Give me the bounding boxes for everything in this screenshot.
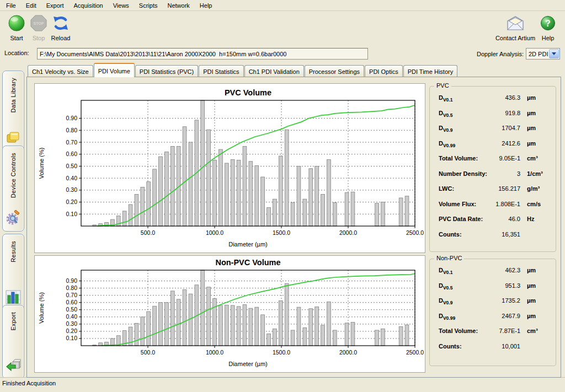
stat-label: DV0.5 bbox=[439, 110, 452, 118]
reload-button-label: Reload bbox=[51, 35, 71, 41]
stat-label: PVC Data Rate: bbox=[439, 216, 483, 222]
stat-label: Number Density: bbox=[439, 170, 487, 177]
location-label: Location: bbox=[4, 50, 29, 56]
stat-value: 9.05E-1 bbox=[499, 155, 520, 162]
stat-label: DV0.9 bbox=[439, 125, 452, 133]
stat-value: 951.3 bbox=[505, 282, 520, 289]
menu-item-views[interactable]: Views bbox=[108, 1, 134, 10]
svg-text:STOP: STOP bbox=[34, 22, 44, 25]
start-button[interactable]: Start bbox=[4, 13, 29, 41]
menu-bar: File Edit Export Acquisition Views Scrip… bbox=[0, 0, 565, 11]
doppler-analysis-select[interactable]: 2D PDI bbox=[526, 48, 560, 60]
help-button[interactable]: ? Help bbox=[536, 13, 559, 41]
svg-text:0.80: 0.80 bbox=[66, 284, 78, 291]
stat-row: DV0.992412.6µm bbox=[430, 140, 556, 155]
sidebar-item-device-controls[interactable]: Device Controls bbox=[2, 146, 24, 232]
menu-item-edit[interactable]: Edit bbox=[21, 1, 41, 10]
svg-text:Volume (%): Volume (%) bbox=[38, 292, 45, 324]
stat-row: Total Volume:9.05E-1cm³ bbox=[430, 155, 556, 170]
stat-label: LWC: bbox=[439, 185, 454, 192]
stat-unit: g/m³ bbox=[527, 185, 551, 192]
svg-text:0.30: 0.30 bbox=[66, 320, 78, 327]
sidebar-item-results[interactable]: Results bbox=[2, 234, 24, 310]
stat-label: DV0.5 bbox=[439, 282, 452, 291]
svg-text:0.60: 0.60 bbox=[66, 151, 78, 157]
stat-unit: µm bbox=[527, 94, 551, 101]
toolbar: Start STOP Stop Reload bbox=[0, 11, 565, 46]
menu-item-help[interactable]: Help bbox=[195, 1, 217, 10]
stat-value: 3 bbox=[517, 170, 520, 177]
svg-text:500.0: 500.0 bbox=[141, 349, 155, 356]
tab-pdi-time-history[interactable]: PDI Time History bbox=[403, 65, 458, 77]
svg-text:0.70: 0.70 bbox=[66, 292, 78, 298]
stat-row: PVC Data Rate:46.0Hz bbox=[430, 216, 556, 231]
non-pvc-stats-rows: DV0.1462.3µmDV0.5951.3µmDV0.91735.2µmDV0… bbox=[430, 267, 556, 358]
svg-text:0.20: 0.20 bbox=[66, 327, 78, 334]
menu-item-network[interactable]: Network bbox=[162, 1, 194, 10]
stat-unit: cm³ bbox=[527, 327, 551, 334]
stat-value: 2412.6 bbox=[502, 140, 520, 147]
svg-text:0.70: 0.70 bbox=[66, 139, 78, 146]
stat-value: 2467.9 bbox=[502, 313, 520, 319]
menu-item-scripts[interactable]: Scripts bbox=[134, 1, 163, 10]
svg-text:2500.0: 2500.0 bbox=[406, 349, 424, 356]
svg-text:1500.0: 1500.0 bbox=[273, 229, 290, 236]
menu-item-export[interactable]: Export bbox=[41, 1, 69, 10]
location-bar: Location: Doppler Analysis: 2D PDI bbox=[0, 47, 565, 60]
svg-text:0.90: 0.90 bbox=[66, 277, 78, 284]
stat-value: 919.8 bbox=[505, 110, 520, 116]
status-text: Finished Acquisition bbox=[2, 380, 56, 386]
stat-row: DV0.1462.3µm bbox=[430, 267, 556, 282]
svg-text:0.50: 0.50 bbox=[66, 306, 78, 313]
reload-button[interactable]: Reload bbox=[49, 13, 73, 41]
tab-bar: Ch1 Velocity vs. Size PDI Volume PDI Sta… bbox=[28, 65, 561, 77]
doppler-analysis-value: 2D PDI bbox=[526, 51, 548, 57]
bar-chart-icon bbox=[6, 286, 21, 305]
contact-artium-button[interactable]: Contact Artium bbox=[493, 13, 537, 41]
svg-text:0.40: 0.40 bbox=[66, 175, 78, 181]
sidebar-item-data-library[interactable]: Data Library bbox=[2, 71, 24, 151]
stat-label: DV0.9 bbox=[439, 297, 452, 305]
svg-text:0.80: 0.80 bbox=[66, 127, 78, 133]
stat-value: 1735.2 bbox=[502, 297, 520, 304]
reload-icon bbox=[52, 13, 70, 33]
menu-item-file[interactable]: File bbox=[1, 1, 21, 10]
stat-row: Total Volume:7.87E-1cm³ bbox=[430, 327, 556, 343]
tab-pdi-volume[interactable]: PDI Volume bbox=[94, 63, 135, 77]
tab-processor-settings[interactable]: Processor Settings bbox=[305, 65, 364, 77]
pvc-volume-chart: 0.100.200.300.400.500.600.700.800.90500.… bbox=[34, 83, 425, 253]
stat-unit: Hz bbox=[527, 216, 551, 222]
tab-pdi-optics[interactable]: PDI Optics bbox=[365, 65, 403, 77]
stat-label: DV0.99 bbox=[439, 140, 455, 148]
svg-text:Non-PVC Volume: Non-PVC Volume bbox=[215, 258, 280, 267]
tab-ch1-velocity-vs-size[interactable]: Ch1 Velocity vs. Size bbox=[28, 65, 93, 77]
stat-row: Number Density:31/cm³ bbox=[430, 170, 556, 186]
sidebar-item-export[interactable]: Export bbox=[2, 305, 24, 379]
tab-pdi-statistics[interactable]: PDI Statistics bbox=[199, 65, 243, 77]
sidebar-item-label: Device Controls bbox=[10, 153, 17, 198]
svg-text:0.40: 0.40 bbox=[66, 313, 78, 320]
contact-artium-label: Contact Artium bbox=[495, 35, 535, 41]
stat-value: 1704.7 bbox=[502, 125, 520, 131]
svg-text:1000.0: 1000.0 bbox=[206, 229, 223, 236]
stat-row: DV0.1436.3µm bbox=[430, 94, 556, 110]
stat-unit: µm bbox=[527, 267, 551, 273]
location-input[interactable] bbox=[37, 48, 368, 60]
stop-icon: STOP bbox=[30, 13, 47, 33]
stat-unit: cm/s bbox=[527, 201, 551, 207]
svg-text:0.10: 0.10 bbox=[66, 335, 78, 341]
pvc-groupbox-title: PVC bbox=[434, 82, 451, 89]
svg-text:0.50: 0.50 bbox=[66, 163, 78, 169]
dropdown-button[interactable] bbox=[549, 49, 559, 58]
help-icon: ? bbox=[540, 13, 556, 33]
stat-value: 46.0 bbox=[509, 216, 520, 222]
tab-pdi-statistics-pvc[interactable]: PDI Statistics (PVC) bbox=[135, 65, 198, 77]
stat-unit: µm bbox=[527, 140, 551, 147]
menu-item-acquisition[interactable]: Acquisition bbox=[69, 1, 108, 10]
stat-unit: cm³ bbox=[527, 155, 551, 162]
stat-unit: 1/cm³ bbox=[527, 170, 551, 177]
svg-text:2000.0: 2000.0 bbox=[339, 229, 357, 236]
stat-label: Total Volume: bbox=[439, 155, 478, 162]
stat-row: Volume Flux:1.808E-1cm/s bbox=[430, 201, 556, 216]
tab-ch1-pdi-validation[interactable]: Ch1 PDI Validation bbox=[244, 65, 304, 77]
